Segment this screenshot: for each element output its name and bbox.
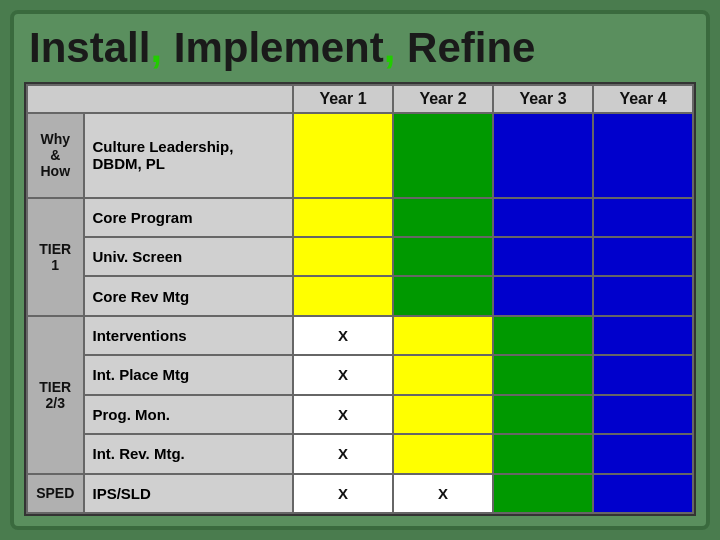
tier-cell: TIER 2/3 bbox=[27, 316, 84, 474]
year1-cell: X bbox=[293, 316, 393, 355]
desc-cell: Core Program bbox=[84, 198, 294, 237]
table-body: Why & HowCulture Leadership, DBDM, PLTIE… bbox=[27, 113, 693, 513]
year3-cell bbox=[493, 434, 593, 473]
year4-cell bbox=[593, 355, 693, 394]
desc-cell: Core Rev Mtg bbox=[84, 276, 294, 315]
desc-cell: Int. Rev. Mtg. bbox=[84, 434, 294, 473]
year1-cell bbox=[293, 276, 393, 315]
header-row: Year 1 Year 2 Year 3 Year 4 bbox=[27, 85, 693, 113]
year4-cell bbox=[593, 237, 693, 276]
year4-cell bbox=[593, 316, 693, 355]
desc-cell: Univ. Screen bbox=[84, 237, 294, 276]
table-row: Core Rev Mtg bbox=[27, 276, 693, 315]
header-year4: Year 4 bbox=[593, 85, 693, 113]
year2-cell bbox=[393, 113, 493, 198]
year4-cell bbox=[593, 474, 693, 514]
year3-cell bbox=[493, 198, 593, 237]
year3-cell bbox=[493, 474, 593, 514]
title-install: Install bbox=[29, 24, 150, 71]
header-year1: Year 1 bbox=[293, 85, 393, 113]
comma1: , bbox=[150, 24, 162, 71]
year2-cell bbox=[393, 316, 493, 355]
desc-cell: Interventions bbox=[84, 316, 294, 355]
main-table: Year 1 Year 2 Year 3 Year 4 Why & HowCul… bbox=[26, 84, 694, 514]
year1-cell: X bbox=[293, 434, 393, 473]
year3-cell bbox=[493, 316, 593, 355]
year2-cell bbox=[393, 395, 493, 434]
header-year3: Year 3 bbox=[493, 85, 593, 113]
year4-cell bbox=[593, 434, 693, 473]
tier-cell: SPED bbox=[27, 474, 84, 514]
title-refine: Refine bbox=[395, 24, 535, 71]
year1-cell: X bbox=[293, 395, 393, 434]
page-title: Install, Implement, Refine bbox=[24, 24, 696, 72]
year1-cell: X bbox=[293, 474, 393, 514]
year3-cell bbox=[493, 237, 593, 276]
table-row: TIER 2/3InterventionsX bbox=[27, 316, 693, 355]
desc-cell: Culture Leadership, DBDM, PL bbox=[84, 113, 294, 198]
header-empty bbox=[27, 85, 293, 113]
table-row: Int. Place MtgX bbox=[27, 355, 693, 394]
year4-cell bbox=[593, 113, 693, 198]
year3-cell bbox=[493, 355, 593, 394]
desc-cell: Int. Place Mtg bbox=[84, 355, 294, 394]
year2-cell bbox=[393, 434, 493, 473]
year2-cell bbox=[393, 355, 493, 394]
tier-cell: Why & How bbox=[27, 113, 84, 198]
title-implement: Implement bbox=[162, 24, 384, 71]
year3-cell bbox=[493, 276, 593, 315]
year1-cell bbox=[293, 237, 393, 276]
year2-cell bbox=[393, 237, 493, 276]
table-row: Prog. Mon.X bbox=[27, 395, 693, 434]
year1-cell: X bbox=[293, 355, 393, 394]
table-row: TIER 1Core Program bbox=[27, 198, 693, 237]
comma2: , bbox=[384, 24, 396, 71]
table-wrapper: Year 1 Year 2 Year 3 Year 4 Why & HowCul… bbox=[24, 82, 696, 516]
table-row: SPEDIPS/SLDXX bbox=[27, 474, 693, 514]
desc-cell: IPS/SLD bbox=[84, 474, 294, 514]
year4-cell bbox=[593, 395, 693, 434]
year2-cell bbox=[393, 276, 493, 315]
table-row: Why & HowCulture Leadership, DBDM, PL bbox=[27, 113, 693, 198]
year4-cell bbox=[593, 198, 693, 237]
year2-cell bbox=[393, 198, 493, 237]
year3-cell bbox=[493, 395, 593, 434]
year3-cell bbox=[493, 113, 593, 198]
header-year2: Year 2 bbox=[393, 85, 493, 113]
year1-cell bbox=[293, 198, 393, 237]
year4-cell bbox=[593, 276, 693, 315]
desc-cell: Prog. Mon. bbox=[84, 395, 294, 434]
table-row: Univ. Screen bbox=[27, 237, 693, 276]
table-row: Int. Rev. Mtg.X bbox=[27, 434, 693, 473]
main-container: Install, Implement, Refine Year 1 Year 2… bbox=[10, 10, 710, 530]
year2-cell: X bbox=[393, 474, 493, 514]
tier-cell: TIER 1 bbox=[27, 198, 84, 316]
year1-cell bbox=[293, 113, 393, 198]
